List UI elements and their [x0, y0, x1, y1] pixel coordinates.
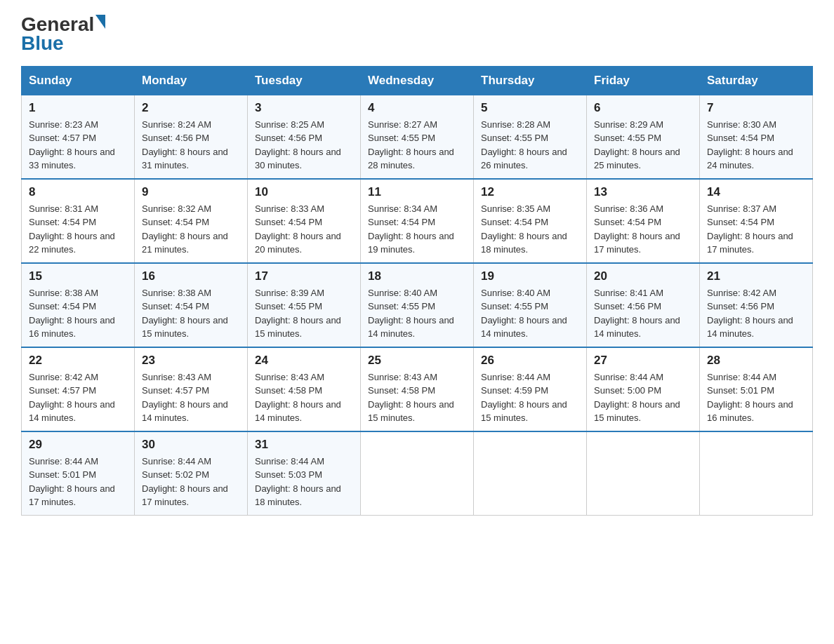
- day-info: Sunrise: 8:44 AMSunset: 5:02 PMDaylight:…: [142, 455, 240, 509]
- day-info: Sunrise: 8:30 AMSunset: 4:54 PMDaylight:…: [707, 118, 805, 173]
- calendar-week-row: 15Sunrise: 8:38 AMSunset: 4:54 PMDayligh…: [22, 263, 813, 347]
- calendar-cell: 30Sunrise: 8:44 AMSunset: 5:02 PMDayligh…: [135, 431, 248, 516]
- day-number: 18: [368, 269, 466, 283]
- calendar-cell: 15Sunrise: 8:38 AMSunset: 4:54 PMDayligh…: [22, 263, 135, 347]
- page-header: General Blue: [21, 14, 813, 55]
- day-info: Sunrise: 8:27 AMSunset: 4:55 PMDaylight:…: [368, 118, 466, 173]
- weekday-header-sunday: Sunday: [22, 66, 135, 95]
- day-number: 19: [481, 269, 579, 283]
- calendar-cell: 12Sunrise: 8:35 AMSunset: 4:54 PMDayligh…: [474, 179, 587, 263]
- day-info: Sunrise: 8:41 AMSunset: 4:56 PMDaylight:…: [594, 286, 692, 341]
- day-number: 9: [142, 185, 240, 199]
- calendar-cell: 25Sunrise: 8:43 AMSunset: 4:58 PMDayligh…: [361, 347, 474, 431]
- calendar-cell: 2Sunrise: 8:24 AMSunset: 4:56 PMDaylight…: [135, 95, 248, 179]
- day-info: Sunrise: 8:23 AMSunset: 4:57 PMDaylight:…: [29, 118, 127, 173]
- logo: General Blue: [21, 14, 105, 55]
- day-number: 12: [481, 185, 579, 199]
- day-number: 30: [142, 438, 240, 452]
- day-number: 5: [481, 101, 579, 115]
- weekday-header-wednesday: Wednesday: [361, 66, 474, 95]
- day-number: 22: [29, 354, 127, 368]
- calendar-cell: 27Sunrise: 8:44 AMSunset: 5:00 PMDayligh…: [587, 347, 700, 431]
- day-info: Sunrise: 8:28 AMSunset: 4:55 PMDaylight:…: [481, 118, 579, 173]
- day-number: 21: [707, 269, 805, 283]
- calendar-week-row: 22Sunrise: 8:42 AMSunset: 4:57 PMDayligh…: [22, 347, 813, 431]
- day-number: 26: [481, 354, 579, 368]
- calendar-cell: 7Sunrise: 8:30 AMSunset: 4:54 PMDaylight…: [700, 95, 813, 179]
- day-info: Sunrise: 8:43 AMSunset: 4:58 PMDaylight:…: [255, 370, 353, 425]
- day-number: 27: [594, 354, 692, 368]
- day-info: Sunrise: 8:35 AMSunset: 4:54 PMDaylight:…: [481, 202, 579, 257]
- calendar-cell: 24Sunrise: 8:43 AMSunset: 4:58 PMDayligh…: [248, 347, 361, 431]
- calendar-cell: 31Sunrise: 8:44 AMSunset: 5:03 PMDayligh…: [248, 431, 361, 516]
- calendar-week-row: 8Sunrise: 8:31 AMSunset: 4:54 PMDaylight…: [22, 179, 813, 263]
- day-info: Sunrise: 8:24 AMSunset: 4:56 PMDaylight:…: [142, 118, 240, 173]
- calendar-cell: 11Sunrise: 8:34 AMSunset: 4:54 PMDayligh…: [361, 179, 474, 263]
- day-info: Sunrise: 8:42 AMSunset: 4:56 PMDaylight:…: [707, 286, 805, 341]
- day-number: 25: [368, 354, 466, 368]
- day-number: 13: [594, 185, 692, 199]
- day-info: Sunrise: 8:34 AMSunset: 4:54 PMDaylight:…: [368, 202, 466, 257]
- calendar-cell: 28Sunrise: 8:44 AMSunset: 5:01 PMDayligh…: [700, 347, 813, 431]
- day-info: Sunrise: 8:44 AMSunset: 5:01 PMDaylight:…: [29, 455, 127, 509]
- calendar-cell: 18Sunrise: 8:40 AMSunset: 4:55 PMDayligh…: [361, 263, 474, 347]
- day-info: Sunrise: 8:43 AMSunset: 4:57 PMDaylight:…: [142, 370, 240, 425]
- weekday-header-tuesday: Tuesday: [248, 66, 361, 95]
- calendar-cell: 9Sunrise: 8:32 AMSunset: 4:54 PMDaylight…: [135, 179, 248, 263]
- day-info: Sunrise: 8:40 AMSunset: 4:55 PMDaylight:…: [481, 286, 579, 341]
- calendar-cell: 19Sunrise: 8:40 AMSunset: 4:55 PMDayligh…: [474, 263, 587, 347]
- day-info: Sunrise: 8:44 AMSunset: 5:00 PMDaylight:…: [594, 370, 692, 425]
- calendar-cell: [361, 431, 474, 516]
- day-number: 10: [255, 185, 353, 199]
- day-number: 4: [368, 101, 466, 115]
- day-info: Sunrise: 8:44 AMSunset: 5:01 PMDaylight:…: [707, 370, 805, 425]
- day-info: Sunrise: 8:44 AMSunset: 5:03 PMDaylight:…: [255, 455, 353, 509]
- calendar-cell: 1Sunrise: 8:23 AMSunset: 4:57 PMDaylight…: [22, 95, 135, 179]
- calendar-cell: 20Sunrise: 8:41 AMSunset: 4:56 PMDayligh…: [587, 263, 700, 347]
- day-number: 29: [29, 438, 127, 452]
- day-info: Sunrise: 8:42 AMSunset: 4:57 PMDaylight:…: [29, 370, 127, 425]
- weekday-header-row: SundayMondayTuesdayWednesdayThursdayFrid…: [22, 66, 813, 95]
- calendar-cell: [587, 431, 700, 516]
- day-number: 11: [368, 185, 466, 199]
- day-number: 23: [142, 354, 240, 368]
- day-number: 31: [255, 438, 353, 452]
- calendar-table: SundayMondayTuesdayWednesdayThursdayFrid…: [21, 66, 813, 516]
- day-info: Sunrise: 8:38 AMSunset: 4:54 PMDaylight:…: [142, 286, 240, 341]
- calendar-cell: 4Sunrise: 8:27 AMSunset: 4:55 PMDaylight…: [361, 95, 474, 179]
- calendar-cell: 10Sunrise: 8:33 AMSunset: 4:54 PMDayligh…: [248, 179, 361, 263]
- day-info: Sunrise: 8:33 AMSunset: 4:54 PMDaylight:…: [255, 202, 353, 257]
- calendar-cell: 29Sunrise: 8:44 AMSunset: 5:01 PMDayligh…: [22, 431, 135, 516]
- day-info: Sunrise: 8:25 AMSunset: 4:56 PMDaylight:…: [255, 118, 353, 173]
- day-number: 14: [707, 185, 805, 199]
- day-number: 24: [255, 354, 353, 368]
- day-info: Sunrise: 8:38 AMSunset: 4:54 PMDaylight:…: [29, 286, 127, 341]
- day-number: 7: [707, 101, 805, 115]
- calendar-cell: 14Sunrise: 8:37 AMSunset: 4:54 PMDayligh…: [700, 179, 813, 263]
- day-number: 28: [707, 354, 805, 368]
- day-number: 17: [255, 269, 353, 283]
- day-info: Sunrise: 8:39 AMSunset: 4:55 PMDaylight:…: [255, 286, 353, 341]
- day-number: 8: [29, 185, 127, 199]
- day-info: Sunrise: 8:31 AMSunset: 4:54 PMDaylight:…: [29, 202, 127, 257]
- day-info: Sunrise: 8:32 AMSunset: 4:54 PMDaylight:…: [142, 202, 240, 257]
- calendar-cell: 16Sunrise: 8:38 AMSunset: 4:54 PMDayligh…: [135, 263, 248, 347]
- calendar-cell: 23Sunrise: 8:43 AMSunset: 4:57 PMDayligh…: [135, 347, 248, 431]
- weekday-header-thursday: Thursday: [474, 66, 587, 95]
- calendar-cell: 8Sunrise: 8:31 AMSunset: 4:54 PMDaylight…: [22, 179, 135, 263]
- day-info: Sunrise: 8:43 AMSunset: 4:58 PMDaylight:…: [368, 370, 466, 425]
- calendar-cell: 3Sunrise: 8:25 AMSunset: 4:56 PMDaylight…: [248, 95, 361, 179]
- calendar-week-row: 1Sunrise: 8:23 AMSunset: 4:57 PMDaylight…: [22, 95, 813, 179]
- day-info: Sunrise: 8:37 AMSunset: 4:54 PMDaylight:…: [707, 202, 805, 257]
- day-number: 15: [29, 269, 127, 283]
- day-info: Sunrise: 8:44 AMSunset: 4:59 PMDaylight:…: [481, 370, 579, 425]
- weekday-header-saturday: Saturday: [700, 66, 813, 95]
- calendar-cell: 26Sunrise: 8:44 AMSunset: 4:59 PMDayligh…: [474, 347, 587, 431]
- calendar-cell: [474, 431, 587, 516]
- day-number: 6: [594, 101, 692, 115]
- calendar-cell: 13Sunrise: 8:36 AMSunset: 4:54 PMDayligh…: [587, 179, 700, 263]
- day-number: 20: [594, 269, 692, 283]
- logo-triangle-icon: [95, 15, 105, 29]
- day-number: 3: [255, 101, 353, 115]
- calendar-cell: 21Sunrise: 8:42 AMSunset: 4:56 PMDayligh…: [700, 263, 813, 347]
